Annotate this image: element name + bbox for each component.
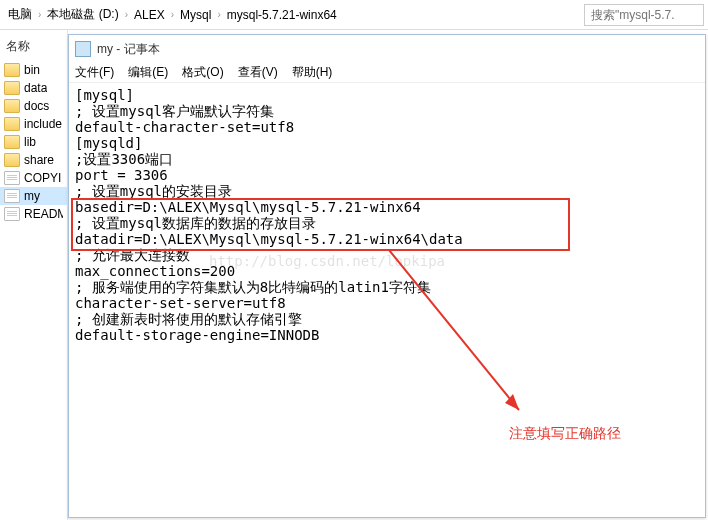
file-list-sidebar: 名称 bin data docs include lib share COPYI… [0, 30, 68, 520]
list-item[interactable]: data [0, 79, 67, 97]
notepad-icon [75, 41, 91, 57]
folder-icon [4, 117, 20, 131]
file-label: COPYI [24, 171, 61, 185]
file-label: docs [24, 99, 49, 113]
folder-icon [4, 135, 20, 149]
list-item[interactable]: include [0, 115, 67, 133]
list-item[interactable]: docs [0, 97, 67, 115]
file-label: share [24, 153, 54, 167]
folder-icon [4, 99, 20, 113]
list-item[interactable]: READM [0, 205, 67, 223]
column-header-name[interactable]: 名称 [0, 36, 67, 61]
chevron-right-icon: › [123, 9, 130, 20]
folder-icon [4, 153, 20, 167]
menu-view[interactable]: 查看(V) [238, 64, 278, 81]
chevron-right-icon: › [36, 9, 43, 20]
list-item[interactable]: my [0, 187, 67, 205]
breadcrumb-item[interactable]: Mysql [176, 8, 215, 22]
list-item[interactable]: bin [0, 61, 67, 79]
file-label: include [24, 117, 62, 131]
file-label: lib [24, 135, 36, 149]
breadcrumb-item[interactable]: 本地磁盘 (D:) [43, 6, 122, 23]
notepad-window: my - 记事本 文件(F) 编辑(E) 格式(O) 查看(V) 帮助(H) [… [68, 34, 706, 518]
list-item[interactable]: COPYI [0, 169, 67, 187]
breadcrumb-item[interactable]: ALEX [130, 8, 169, 22]
chevron-right-icon: › [215, 9, 222, 20]
annotation-note: 注意填写正确路径 [509, 425, 621, 443]
list-item[interactable]: share [0, 151, 67, 169]
file-icon [4, 171, 20, 185]
search-input[interactable] [584, 4, 704, 26]
file-icon [4, 207, 20, 221]
menu-format[interactable]: 格式(O) [182, 64, 223, 81]
svg-marker-1 [505, 394, 519, 410]
file-label: data [24, 81, 47, 95]
text-content[interactable]: [mysql] ; 设置mysql客户端默认字符集 default-charac… [69, 83, 705, 347]
file-label: READM [24, 207, 63, 221]
menubar: 文件(F) 编辑(E) 格式(O) 查看(V) 帮助(H) [69, 63, 705, 83]
folder-icon [4, 81, 20, 95]
menu-edit[interactable]: 编辑(E) [128, 64, 168, 81]
file-label: bin [24, 63, 40, 77]
breadcrumb-item[interactable]: mysql-5.7.21-winx64 [223, 8, 341, 22]
menu-help[interactable]: 帮助(H) [292, 64, 333, 81]
breadcrumb: 电脑 › 本地磁盘 (D:) › ALEX › Mysql › mysql-5.… [0, 0, 708, 30]
chevron-right-icon: › [169, 9, 176, 20]
main-area: 名称 bin data docs include lib share COPYI… [0, 30, 708, 520]
list-item[interactable]: lib [0, 133, 67, 151]
titlebar[interactable]: my - 记事本 [69, 35, 705, 63]
file-icon [4, 189, 20, 203]
menu-file[interactable]: 文件(F) [75, 64, 114, 81]
file-label: my [24, 189, 40, 203]
folder-icon [4, 63, 20, 77]
breadcrumb-item[interactable]: 电脑 [4, 6, 36, 23]
window-title: my - 记事本 [97, 41, 160, 58]
